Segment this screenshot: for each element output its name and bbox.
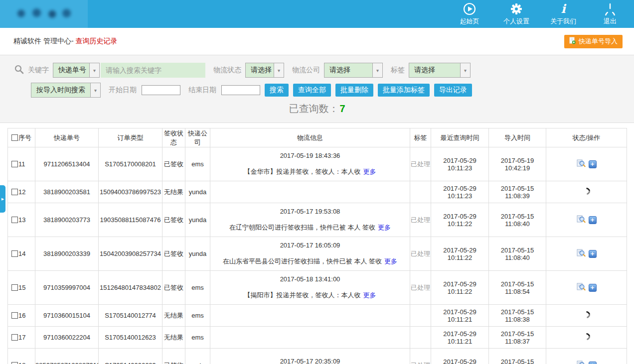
tracking-number-cell: 3818900203773 bbox=[35, 203, 99, 237]
tag-cell bbox=[410, 327, 431, 349]
table-row: 18 885078567120837912 S1705140006629 已签收… bbox=[8, 349, 627, 364]
row-checkbox[interactable] bbox=[11, 161, 18, 167]
search-document-icon[interactable] bbox=[577, 159, 586, 169]
top-nav: 起始页 个人设置 i 关于我们 bbox=[454, 0, 634, 28]
time-mode-select[interactable]: 按导入时间搜索 ▾ bbox=[31, 83, 101, 98]
import-time-cell: 2017-05-19 10:42:19 bbox=[489, 147, 546, 181]
search-document-icon[interactable] bbox=[577, 283, 586, 292]
breadcrumb-prefix: 精诚软件 管理中心- bbox=[13, 37, 74, 45]
batch-delete-button[interactable]: 批量删除 bbox=[335, 84, 373, 97]
search-document-icon[interactable] bbox=[577, 215, 586, 225]
play-circle-icon bbox=[463, 2, 476, 16]
row-checkbox[interactable] bbox=[11, 334, 18, 341]
row-checkbox[interactable] bbox=[11, 284, 18, 291]
search-input[interactable] bbox=[101, 63, 205, 78]
courier-company-cell: ems bbox=[185, 327, 210, 349]
last-query-time-cell: 2017-05-29 10:11:23 bbox=[431, 181, 489, 203]
more-link[interactable]: 更多 bbox=[363, 291, 376, 299]
logistics-info-time: 2017-05-17 19:53:08 bbox=[210, 208, 410, 215]
last-query-time-cell: 2017-05-29 10:11:23 bbox=[431, 147, 489, 181]
logistics-company-select[interactable]: 请选择 ▾ bbox=[324, 63, 383, 78]
more-link[interactable]: 更多 bbox=[384, 257, 397, 265]
nav-home[interactable]: 起始页 bbox=[454, 2, 485, 26]
search-button[interactable]: 搜索 bbox=[265, 84, 289, 97]
add-icon[interactable]: + bbox=[589, 284, 597, 292]
import-time-cell: 2017-05-15 11:08:39 bbox=[489, 181, 546, 203]
order-type-cell: 19035088115087476 bbox=[99, 203, 162, 237]
tracking-number-cell: 9710360015104 bbox=[35, 305, 99, 327]
sidebar-expander[interactable]: ▶ bbox=[0, 185, 5, 213]
keyword-type-value: 快递单号 bbox=[53, 63, 89, 77]
tag-cell bbox=[410, 181, 431, 203]
logistics-status-value: 请选择 bbox=[246, 63, 274, 77]
keyword-type-select[interactable]: 快递单号 ▾ bbox=[53, 63, 100, 78]
table-row: 14 3818900203339 15042003908257734 已签收 y… bbox=[8, 237, 627, 271]
results-table: 序号 快递单号 订单类型 签收状态 快递公司 物流信息 标签 最近查询时间 导入… bbox=[7, 128, 627, 364]
nav-about-label: 关于我们 bbox=[550, 17, 576, 26]
start-date-label: 开始日期 bbox=[109, 86, 137, 95]
logistics-status-label: 物流状态 bbox=[213, 66, 241, 75]
add-icon[interactable]: + bbox=[589, 362, 597, 364]
logistics-company-label: 物流公司 bbox=[292, 66, 320, 75]
gear-icon bbox=[510, 2, 523, 16]
query-count-label: 已查询数： bbox=[289, 103, 338, 114]
info-icon: i bbox=[561, 2, 565, 16]
import-time-cell: 2017-05-15 11:08:38 bbox=[489, 305, 546, 327]
col-last-query-time: 最近查询时间 bbox=[431, 128, 489, 147]
status-operation-cell: + bbox=[546, 305, 627, 327]
start-date-input[interactable] bbox=[142, 85, 180, 95]
nav-logout[interactable]: 退出 bbox=[594, 2, 626, 26]
tracking-number-cell: 885078567120837912 bbox=[35, 349, 99, 364]
breadcrumb-current: 查询历史记录 bbox=[76, 37, 118, 45]
breadcrumb-bar: 精诚软件 管理中心-查询历史记录 快递单号导入 bbox=[0, 28, 634, 55]
tag-select[interactable]: 请选择 ▾ bbox=[409, 63, 471, 78]
keyword-label: 关键字 bbox=[28, 66, 49, 75]
row-checkbox[interactable] bbox=[11, 312, 18, 319]
export-records-button[interactable]: 导出记录 bbox=[434, 84, 472, 97]
logistics-info-cell: 2017-05-17 16:05:09 在山东省平邑县公司进行签收扫描，快件已被… bbox=[210, 237, 410, 271]
nav-settings[interactable]: 个人设置 bbox=[500, 2, 532, 26]
more-link[interactable]: 更多 bbox=[363, 168, 376, 175]
add-icon[interactable]: + bbox=[589, 250, 597, 258]
sign-status-cell: 已签收 bbox=[162, 271, 185, 305]
order-type-cell: S1705140012623 bbox=[99, 327, 162, 349]
chevron-down-icon: ▾ bbox=[372, 63, 382, 77]
add-icon[interactable]: + bbox=[589, 160, 597, 168]
logistics-info-time: 2017-05-18 13:41:00 bbox=[210, 275, 410, 283]
table-header-row: 序号 快递单号 订单类型 签收状态 快递公司 物流信息 标签 最近查询时间 导入… bbox=[8, 128, 627, 147]
row-checkbox[interactable] bbox=[11, 250, 18, 257]
table-row: 16 9710360015104 S1705140012774 无结果 ems … bbox=[8, 305, 627, 327]
time-mode-value: 按导入时间搜索 bbox=[31, 83, 90, 97]
import-tracking-label: 快递单号导入 bbox=[579, 37, 618, 46]
select-all-checkbox[interactable] bbox=[11, 134, 18, 141]
import-time-cell: 2017-05-15 11:08:38 bbox=[489, 349, 546, 364]
row-checkbox[interactable] bbox=[11, 189, 18, 195]
add-icon[interactable]: + bbox=[589, 216, 597, 224]
row-checkbox[interactable] bbox=[11, 217, 18, 223]
status-operation-cell: + bbox=[546, 271, 627, 305]
import-tracking-button[interactable]: 快递单号导入 bbox=[564, 35, 623, 48]
row-index: 11 bbox=[18, 160, 25, 168]
tracking-number-cell: 3818900203581 bbox=[35, 181, 99, 203]
col-index: 序号 bbox=[18, 134, 31, 141]
end-date-input[interactable] bbox=[221, 85, 260, 95]
status-operation-cell: + bbox=[546, 349, 627, 364]
row-index: 15 bbox=[18, 284, 25, 291]
search-document-icon[interactable] bbox=[577, 361, 586, 364]
logistics-status-select[interactable]: 请选择 ▾ bbox=[245, 63, 284, 78]
breadcrumb: 精诚软件 管理中心-查询历史记录 bbox=[13, 37, 118, 46]
tag-cell: 已处理 bbox=[410, 237, 431, 271]
search-document-icon[interactable] bbox=[577, 249, 586, 258]
logistics-info-text: 在辽宁朝阳公司进行签收扫描，快件已被 本人 签收更多 bbox=[210, 223, 410, 232]
status-operation-cell: + bbox=[546, 237, 627, 271]
nav-about[interactable]: i 关于我们 bbox=[547, 2, 579, 26]
row-checkbox[interactable] bbox=[11, 362, 18, 364]
logistics-info-cell bbox=[210, 305, 410, 327]
loading-spinner-icon bbox=[582, 332, 592, 342]
col-sign-status: 签收状态 bbox=[162, 128, 185, 147]
query-all-button[interactable]: 查询全部 bbox=[293, 84, 331, 97]
more-link[interactable]: 更多 bbox=[378, 224, 391, 231]
courier-company-cell: yunda bbox=[185, 181, 210, 203]
filter-row-2: 按导入时间搜索 ▾ 开始日期 结束日期 搜索 查询全部 批量删除 批量添加标签 … bbox=[0, 83, 634, 97]
batch-add-tag-button[interactable]: 批量添加标签 bbox=[378, 84, 430, 97]
